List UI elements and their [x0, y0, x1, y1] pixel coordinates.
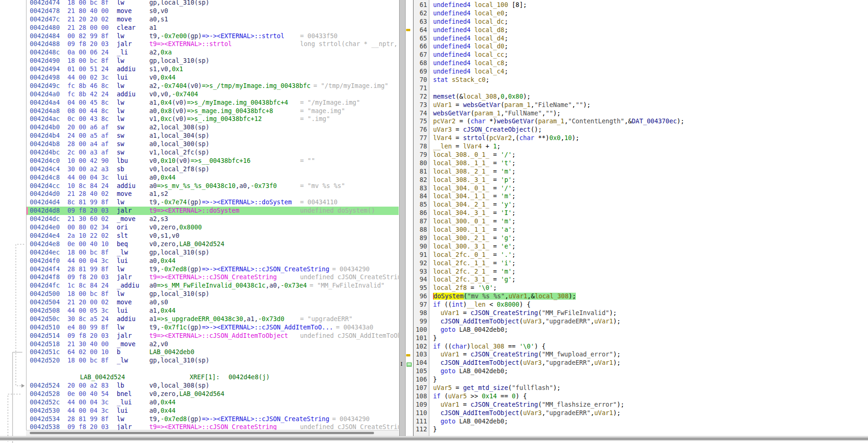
listing-row[interactable]: 0042d49cfc 8b 46 8clwa2,-0x7404(v0)=>s_/… [27, 82, 399, 90]
listing-row[interactable]: 0042d4e42a 10 22 02sltv0,s1,v0 [27, 232, 399, 240]
listing-row[interactable]: 0042d50421 20 00 02movea0,s0 [27, 298, 399, 307]
listing-row[interactable]: 0042d49401 00 51 24addius1,v0,0x1 [27, 65, 399, 74]
code-line[interactable]: 91local_2fc._0_1_ = '.'; [414, 251, 868, 259]
listing-row[interactable]: 0042d52c44 00 04 3c_luia0,0x44 [27, 398, 399, 407]
analysis-marker-yellow-icon[interactable] [406, 354, 410, 356]
listing-row[interactable]: 0042d4a0fc 8b 42 24addiuv0,v0,-0x7404 [27, 90, 399, 99]
listing-row[interactable]: 0042d47418 00 bc 8flwgp,local_310(sp) [27, 0, 399, 7]
listing-row[interactable]: 0042d51409 f8 20 03jalrt9=><EXTERNAL>::c… [27, 332, 399, 340]
code-line[interactable]: 62undefined4 local_e0; [414, 9, 868, 18]
code-line[interactable]: 110cJSON_AddItemToObject(uVar3,"upgradeE… [414, 409, 868, 417]
listing-row[interactable]: 0042d4b424 00 a5 afswa1,local_304(sp) [27, 132, 399, 140]
code-line[interactable]: 76uVar3 = cJSON_CreateObject(); [414, 126, 868, 134]
listing-row[interactable]: 0042d4e80e 00 40 10beqv0,zero,LAB_0042d5… [27, 240, 399, 248]
bottom-scrollbar-strip[interactable] [0, 436, 868, 441]
code-line[interactable]: 92local_2fc._1_1_ = 'i'; [414, 259, 868, 268]
code-line[interactable]: 83local_304._0_1_ = '/'; [414, 184, 868, 193]
code-line[interactable]: 75pcVar2 = (char *)websGetVar(param_1,"C… [414, 117, 868, 126]
code-line[interactable]: 73uVar1 = websGetVar(param_1,"FileName",… [414, 101, 868, 109]
code-line[interactable]: 112} [414, 425, 868, 434]
code-line[interactable]: 66undefined4 local_d0; [414, 42, 868, 51]
code-line[interactable]: 109uVar1 = cJSON_CreateString("MM_flashs… [414, 401, 868, 409]
code-line[interactable]: 85local_304._2_1_ = 'y'; [414, 201, 868, 209]
listing-row[interactable]: 0042d51821 30 40 00_movea2,v0 [27, 340, 399, 349]
code-line[interactable]: 69undefined4 local_c4; [414, 67, 868, 76]
code-line[interactable]: 64undefined4 local_d8; [414, 26, 868, 34]
code-line[interactable]: 98uVar1 = cJSON_CreateString("MM_FwFileI… [414, 309, 868, 317]
scrollbar-thumb[interactable] [0, 437, 868, 440]
code-line[interactable]: 86local_304._3_1_ = 'I'; [414, 209, 868, 217]
code-line[interactable]: 89local_300._2_1_ = 'g'; [414, 234, 868, 242]
code-line[interactable]: 81local_308._2_1_ = 'm'; [414, 168, 868, 176]
scrollbar-thumb[interactable] [30, 432, 374, 434]
listing-row[interactable]: 0042d5280e 00 40 54bnelv0,zero,LAB_0042d… [27, 390, 399, 398]
code-line[interactable]: 68undefined4 local_c8; [414, 59, 868, 67]
code-line[interactable]: 95local_2f8 = '\0'; [414, 284, 868, 292]
listing-row[interactable]: 0042d4bc2c 00 a3 afswv1,local_2fc(sp) [27, 148, 399, 157]
listing-row[interactable]: 0042d52018 00 bc 8f_lwgp,local_310(sp) [27, 356, 399, 365]
code-line[interactable]: 63undefined4 local_dc; [414, 18, 868, 26]
listing-row[interactable]: 0042d48809 f8 20 03jalrt9=><EXTERNAL>::s… [27, 40, 399, 48]
listing-row[interactable]: 0042d47c21 20 20 02movea0,s1 [27, 15, 399, 24]
listing-row[interactable]: 0042d50018 00 bc 8flwgp,local_310(sp) [27, 290, 399, 298]
listing-row[interactable]: 0042d53044 00 04 3cluia0,0x44 [27, 407, 399, 415]
cursor-ibeam-icon[interactable]: I [401, 362, 402, 367]
listing-row[interactable]: 0042d4ac0c 00 43 8clwv1,0xc(v0)=>s_.img_… [27, 115, 399, 123]
listing-row[interactable]: 0042d4ec18 00 bc 8f_lwgp,local_310(sp) [27, 248, 399, 257]
listing-row[interactable]: 0042d48400 82 99 8flwt9,-0x7e00(gp)=>-><… [27, 32, 399, 40]
listing-row[interactable]: 0042d4b828 00 a4 afswa0,local_300(sp) [27, 140, 399, 148]
code-line[interactable]: 87local_300._0_1_ = 'm'; [414, 217, 868, 226]
listing-row[interactable]: 0042d49018 00 bc 8flwgp,local_310(sp) [27, 57, 399, 65]
listing-row[interactable]: 0042d51c64 02 00 10bLAB_0042deb0 [27, 348, 399, 356]
listing-row[interactable]: 0042d4f428 81 99 8flwt9,-0x7ed8(gp)=>-><… [27, 265, 399, 274]
listing-horizontal-scrollbar[interactable] [26, 430, 399, 436]
code-line[interactable]: 78__len = lVar4 + 1; [414, 142, 868, 151]
listing-row[interactable]: 0042d47821 80 40 00moves0,v0 [27, 7, 399, 15]
code-line[interactable]: 84local_304._1_1_ = 'm'; [414, 192, 868, 201]
listing-label-row[interactable]: LAB_0042d524XREF[1]:0042d4e8(j) [27, 373, 399, 382]
listing-row[interactable]: 0042d48c0a 00 06 24_lia2,0xa [27, 48, 399, 57]
code-line[interactable]: 74websGetVar(param_1,"FullName",""); [414, 109, 868, 118]
listing-row[interactable]: 0042d4cc10 8c 84 24addiua0=>s_mv_%s_%s_0… [27, 182, 399, 190]
listing-row[interactable]: 0042d4d809 f8 20 03jalrt9=><EXTERNAL>::d… [27, 207, 399, 215]
code-line[interactable]: 72memset(&local_308,0,0x80); [414, 93, 868, 101]
listing-row[interactable]: 0042d49844 00 02 3cluiv0,0x44 [27, 74, 399, 82]
listing-vertical-scrollbar[interactable] [399, 0, 406, 436]
listing-row[interactable]: 0042d510e4 80 99 8flwt9,-0x7f1c(gp)=>-><… [27, 323, 399, 332]
listing-row[interactable]: 0042d4a808 00 44 8clwa0,0x8(v0)=>s_mage.… [27, 107, 399, 115]
current-line-marker-green-icon[interactable] [407, 362, 412, 367]
listing-row[interactable]: 0042d4d021 28 40 02movea1,s2 [27, 190, 399, 198]
code-line[interactable]: 99cJSON_AddItemToObject(uVar3,"upgradeER… [414, 317, 868, 326]
listing-row[interactable]: 0042d4dc21 30 60 02_movea2,s3 [27, 215, 399, 223]
code-line[interactable]: 108if (uVar5 >> 0x14 == 0) { [414, 392, 868, 401]
listing-row[interactable] [27, 365, 399, 373]
listing-row[interactable]: 0042d52420 00 a2 83lbv0,local_308(sp) [27, 382, 399, 390]
code-line[interactable]: 101} [414, 334, 868, 342]
decompiler-pane[interactable]: 61undefined4 local_100 [8];62undefined4 … [414, 0, 868, 436]
listing-row[interactable]: 0042d4f809 f8 20 03jalrt9=><EXTERNAL>::c… [27, 273, 399, 282]
code-line[interactable]: 90local_300._3_1_ = 'e'; [414, 242, 868, 251]
code-line[interactable]: 96doSystem("mv %s %s",uVar1,&local_308); [414, 292, 868, 301]
code-line[interactable]: 71 [414, 84, 868, 93]
code-line[interactable]: 61undefined4 local_100 [8]; [414, 1, 868, 9]
listing-row[interactable]: 0042d50c30 8c a5 24addiua1=>s_upgradeERR… [27, 315, 399, 323]
listing-row[interactable]: 0042d50844 00 05 3cluia1,0x44 [27, 307, 399, 315]
code-line[interactable]: 80local_308._1_1_ = 't'; [414, 159, 868, 168]
code-line[interactable]: 104cJSON_AddItemToObject(uVar3,"upgradeE… [414, 359, 868, 367]
code-line[interactable]: 77lVar4 = strtol(pcVar2,(char **)0x0,10)… [414, 134, 868, 142]
code-line[interactable]: 93local_2fc._2_1_ = 'm'; [414, 268, 868, 276]
listing-row[interactable]: 0042d4fc1c 8c 84 24_addiua0=>s_MM_FwFile… [27, 282, 399, 290]
code-line[interactable]: 105goto LAB_0042deb0; [414, 367, 868, 376]
code-line[interactable]: 79local_308._0_1_ = '/'; [414, 151, 868, 159]
code-line[interactable]: 111goto LAB_0042deb0; [414, 417, 868, 426]
listing-row[interactable]: 0042d4c844 00 04 3cluia0,0x44 [27, 174, 399, 182]
listing-row[interactable]: 0042d53809 f8 20 03jalrt9=><EXTERNAL>::c… [27, 423, 399, 430]
listing-row[interactable]: 0042d4c430 00 a2 a3sbv0,local_2f8(sp) [27, 165, 399, 174]
listing-row[interactable]: 0042d4b020 00 a6 afswa2,local_308(sp) [27, 123, 399, 132]
listing-row[interactable]: 0042d4a404 00 45 8clwa1,0x4(v0)=>s_/myIm… [27, 99, 399, 107]
code-line[interactable]: 82local_308._3_1_ = 'p'; [414, 176, 868, 184]
listing-row[interactable]: 0042d4e000 80 02 34oriv0,zero,0x8000 [27, 223, 399, 232]
code-line[interactable]: 103uVar1 = cJSON_CreateString("MM_fwuplo… [414, 350, 868, 359]
listing-row[interactable]: 0042d4c010 00 42 90lbuv0,0x10(v0)=>s__00… [27, 157, 399, 165]
code-line[interactable]: 67undefined4 local_cc; [414, 51, 868, 59]
